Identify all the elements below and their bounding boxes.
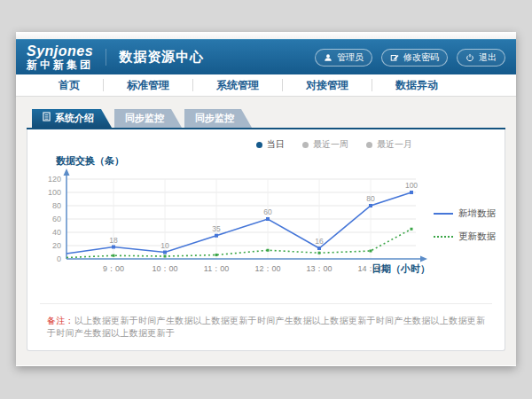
svg-text:120: 120	[48, 175, 61, 184]
svg-text:100: 100	[48, 188, 61, 197]
logout-button[interactable]: 退出	[457, 49, 505, 66]
power-icon	[466, 53, 474, 62]
tab-label: 同步监控	[125, 109, 164, 128]
brand-logo[interactable]: Synjones 新中新集团	[27, 43, 93, 71]
svg-text:80: 80	[52, 201, 61, 210]
user-label: 管理员	[337, 51, 364, 64]
svg-text:20: 20	[52, 241, 61, 250]
svg-text:9：00: 9：00	[103, 264, 124, 273]
change-password-label: 修改密码	[403, 51, 439, 64]
radio-dot-icon	[302, 142, 309, 148]
document-icon	[43, 109, 51, 128]
filter-last-week[interactable]: 最近一周	[302, 138, 348, 151]
svg-text:40: 40	[52, 228, 61, 237]
svg-text:11：00: 11：00	[204, 264, 229, 273]
legend-label: 更新数据	[458, 231, 496, 243]
window-top-strip	[16, 32, 516, 39]
footnote: 备注：以上数据更新于时间产生数据以上数据更新于时间产生数据以上数据更新于时间产生…	[40, 303, 492, 340]
tab-label: 系统介绍	[55, 109, 94, 128]
radio-dot-icon	[256, 142, 262, 148]
nav-item-standards[interactable]: 标准管理	[104, 79, 193, 91]
nav-item-integration[interactable]: 对接管理	[283, 79, 372, 91]
app-window: Synjones 新中新集团 数据资源中心 管理员 修改密码 退出 首页 标准管…	[16, 32, 516, 366]
footnote-prefix: 备注：	[47, 316, 74, 325]
solid-line-swatch-icon	[434, 213, 453, 215]
user-button[interactable]: 管理员	[315, 49, 372, 66]
nav-item-data-change[interactable]: 数据异动	[372, 79, 461, 91]
svg-text:日期（小时）: 日期（小时）	[372, 263, 430, 275]
svg-text:60: 60	[52, 215, 61, 223]
svg-text:35: 35	[212, 224, 221, 233]
footnote-text: 以上数据更新于时间产生数据以上数据更新于时间产生数据以上数据更新于时间产生数据以…	[47, 316, 485, 338]
filter-today[interactable]: 当日	[256, 138, 285, 151]
chart-panel: 当日 最近一周 最近一月 数据交换（条） 0204060801001209：00…	[27, 129, 505, 351]
page-title: 数据资源中心	[106, 49, 204, 66]
filter-last-month[interactable]: 最近一月	[366, 138, 412, 151]
chart-legend: 新增数据 更新数据	[434, 207, 497, 291]
svg-text:10: 10	[160, 241, 169, 250]
filter-label: 最近一月	[377, 138, 412, 151]
change-password-button[interactable]: 修改密码	[381, 49, 448, 66]
svg-text:12：00: 12：00	[254, 264, 280, 273]
filter-label: 当日	[267, 138, 285, 151]
user-icon	[324, 53, 332, 62]
app-header: Synjones 新中新集团 数据资源中心 管理员 修改密码 退出	[16, 39, 516, 74]
content-area: 系统介绍 同步监控 同步监控 当日 最近一周	[16, 97, 516, 365]
legend-label: 新增数据	[458, 207, 496, 220]
tab-label: 同步监控	[195, 109, 234, 128]
svg-text:10：00: 10：00	[152, 264, 177, 273]
y-axis-title: 数据交换（条）	[56, 154, 497, 167]
brand-logo-cn: 新中新集团	[27, 59, 93, 71]
tab-sync-monitor-2[interactable]: 同步监控	[184, 109, 252, 128]
svg-text:60: 60	[263, 207, 272, 216]
legend-item-new-data: 新增数据	[434, 207, 497, 220]
tab-bar: 系统介绍 同步监控 同步监控	[32, 109, 505, 128]
svg-text:0: 0	[57, 254, 61, 263]
dotted-line-swatch-icon	[434, 236, 453, 238]
range-filter-group: 当日 最近一周 最近一月	[35, 138, 412, 151]
svg-text:13：00: 13：00	[306, 264, 332, 273]
chart-row: 0204060801001209：0010：0011：0012：0013：001…	[35, 167, 497, 291]
line-chart: 0204060801001209：0010：0011：0012：0013：001…	[35, 167, 434, 291]
nav-item-system[interactable]: 系统管理	[193, 79, 283, 91]
filter-label: 最近一周	[313, 138, 348, 151]
edit-icon	[390, 53, 399, 62]
svg-text:18: 18	[109, 236, 118, 245]
brand-logo-en: Synjones	[27, 43, 93, 59]
svg-text:16: 16	[315, 237, 324, 246]
radio-dot-icon	[366, 142, 372, 148]
svg-text:100: 100	[405, 181, 418, 190]
nav-item-home[interactable]: 首页	[35, 79, 104, 91]
svg-text:80: 80	[366, 194, 375, 203]
main-nav: 首页 标准管理 系统管理 对接管理 数据异动	[16, 74, 516, 97]
tab-sync-monitor-1[interactable]: 同步监控	[114, 109, 182, 128]
tab-system-intro[interactable]: 系统介绍	[32, 109, 112, 128]
legend-item-updated-data: 更新数据	[434, 231, 497, 243]
logout-label: 退出	[479, 51, 497, 64]
